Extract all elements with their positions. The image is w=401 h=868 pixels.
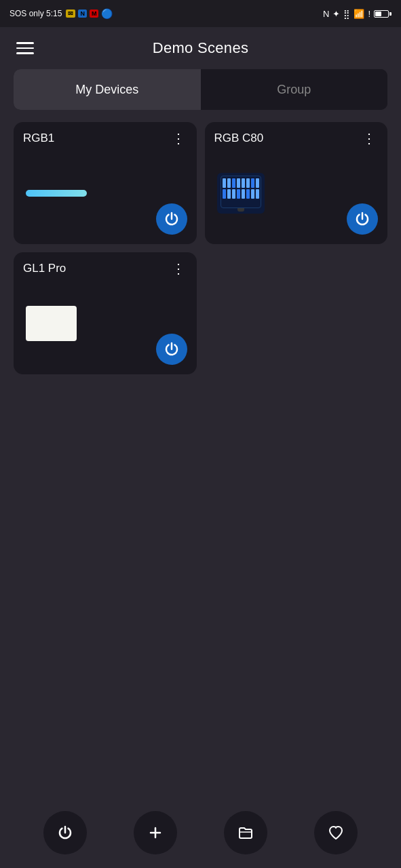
device-name-rgb1: RGB1 — [23, 132, 54, 145]
extra-icon: 🔵 — [101, 8, 113, 19]
status-icons: ✉ N M 🔵 — [66, 8, 113, 19]
device-visual-gl1pro — [23, 282, 187, 365]
nav-folder-button[interactable] — [224, 811, 267, 854]
page-title: Demo Scenes — [153, 39, 248, 57]
alert-icon: ! — [368, 9, 370, 19]
power-icon — [164, 341, 180, 357]
bluetooth-icon: ✦ — [332, 9, 340, 19]
status-bar: SOS only 5:15 ✉ N M 🔵 N ✦ ⣿ 📶 ! — [0, 0, 401, 27]
vibrate-icon: ⣿ — [343, 9, 350, 19]
power-button-rgb1[interactable] — [156, 203, 187, 235]
device-visual-rgb1 — [23, 152, 187, 235]
device-visual-rgbc80 — [214, 152, 379, 235]
nav-add-button[interactable] — [134, 811, 177, 854]
device-name-gl1pro: GL1 Pro — [23, 262, 66, 275]
rgbc80-image — [217, 173, 265, 214]
more-menu-rgbc80[interactable]: ⋮ — [361, 132, 378, 145]
status-left: SOS only 5:15 ✉ N M 🔵 — [9, 8, 113, 19]
bottom-nav — [0, 802, 401, 868]
device-card-rgbc80[interactable]: RGB C80 ⋮ — [205, 122, 388, 244]
hamburger-line-2 — [16, 47, 34, 50]
rgb1-light-bar — [26, 190, 87, 197]
more-menu-gl1pro[interactable]: ⋮ — [170, 262, 187, 275]
heart-icon — [328, 825, 344, 841]
hamburger-button[interactable] — [14, 39, 37, 57]
nav-power-icon — [57, 825, 73, 841]
tab-group[interactable]: Group — [201, 69, 388, 110]
nfc-icon: N — [78, 9, 87, 18]
tab-my-devices-label: My Devices — [75, 83, 138, 97]
mfm-icon: M — [90, 9, 99, 18]
nav-power-button[interactable] — [43, 811, 87, 854]
sos-time-label: SOS only 5:15 — [9, 9, 62, 18]
nav-favorites-button[interactable] — [314, 811, 358, 854]
wifi-icon: 📶 — [354, 9, 364, 19]
hamburger-line-1 — [16, 42, 34, 44]
power-icon — [164, 211, 180, 227]
hamburger-line-3 — [16, 52, 34, 54]
tab-my-devices[interactable]: My Devices — [14, 69, 201, 110]
gl1pro-light-square — [26, 306, 77, 341]
power-button-gl1pro[interactable] — [156, 334, 187, 365]
folder-icon — [237, 825, 254, 841]
device-card-gl1pro[interactable]: GL1 Pro ⋮ — [14, 252, 197, 374]
device-card-header-rgb1: RGB1 ⋮ — [23, 132, 187, 145]
nfc-status-icon: N — [323, 9, 329, 19]
battery-icon — [374, 10, 392, 18]
power-button-rgbc80[interactable] — [347, 203, 378, 235]
device-card-rgb1[interactable]: RGB1 ⋮ — [14, 122, 197, 244]
device-grid: RGB1 ⋮ RGB C80 ⋮ — [0, 122, 401, 374]
header: Demo Scenes — [0, 27, 401, 69]
tab-bar: My Devices Group — [14, 69, 387, 110]
power-icon — [354, 211, 370, 227]
status-right: N ✦ ⣿ 📶 ! — [323, 9, 392, 19]
device-card-header-rgbc80: RGB C80 ⋮ — [214, 132, 379, 145]
device-card-header-gl1pro: GL1 Pro ⋮ — [23, 262, 187, 275]
plus-icon — [147, 825, 164, 841]
msg-icon: ✉ — [66, 9, 75, 18]
device-name-rgbc80: RGB C80 — [214, 132, 264, 145]
more-menu-rgb1[interactable]: ⋮ — [170, 132, 187, 145]
tab-group-label: Group — [277, 83, 311, 97]
